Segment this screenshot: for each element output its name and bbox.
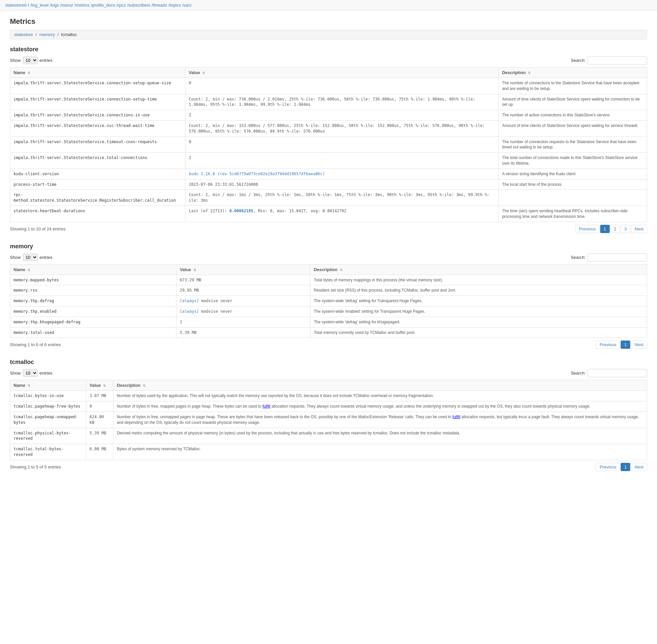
cell-value: 2 xyxy=(185,153,499,169)
table-row: impala.thrift-server.StatestoreService.t… xyxy=(10,137,647,153)
statestore-table-header: Name ⇅ Value ⇅ Description ⇅ xyxy=(10,67,647,78)
nav-app-link[interactable]: statestored xyxy=(5,3,26,7)
nav-link-metrics[interactable]: /metrics xyxy=(74,3,90,7)
statestore-next-button[interactable]: Next xyxy=(631,225,647,233)
tcmalloc-search-input[interactable] xyxy=(588,369,647,377)
statestore-controls: Show 10 25 50 entries Search: xyxy=(10,56,647,65)
table-row: impala.thrift-server.StatestoreService.c… xyxy=(10,94,647,110)
entries-label: entries xyxy=(40,58,52,63)
table-row: process-start-time2023-07-06 23:33:01.56… xyxy=(10,179,647,190)
cell-value: [always] madvise never xyxy=(177,296,310,306)
cell-value: 2 xyxy=(185,110,499,121)
tcmalloc-prev-button[interactable]: Previous xyxy=(596,463,620,471)
memory-page-1-button[interactable]: 1 xyxy=(620,341,630,349)
cell-name: impala.thrift-server.StatestoreService.c… xyxy=(10,94,185,110)
mem-desc-sort-icon[interactable]: ⇅ xyxy=(340,268,343,272)
cell-value: Count: 2, min / max: 1ms / 3ms, 25th %-i… xyxy=(185,190,499,206)
cell-name: tcmalloc.physical-bytes-reserved xyxy=(10,428,86,444)
table-row: tcmalloc.pageheap-unmapped-bytes624.00 K… xyxy=(10,412,647,428)
search-label: Search: xyxy=(571,58,586,63)
tc-name-sort-icon[interactable]: ⇅ xyxy=(27,384,30,388)
table-row: impala.thrift-server.StatestoreService.c… xyxy=(10,110,647,121)
memory-controls: Show 10 25 50 entries Search: xyxy=(10,253,647,261)
nav-link-logs[interactable]: /logs xyxy=(50,3,59,7)
table-row: memory.thp.defrag[always] madvise neverT… xyxy=(10,296,647,306)
table-row: kudu-client.versionkudu 1.16.0 (rev 5cd6… xyxy=(10,168,647,179)
breadcrumb-statestore[interactable]: statestore xyxy=(14,32,33,37)
tcmalloc-page-1-button[interactable]: 1 xyxy=(620,463,630,471)
statestore-page-1-button[interactable]: 1 xyxy=(600,225,610,233)
memory-showing: Showing 1 to 6 of 6 entries xyxy=(10,342,61,347)
cell-name: memory.thp.enabled xyxy=(10,306,177,317)
tcmalloc-section: tcmalloc Show 10 25 50 entries Search: N… xyxy=(10,359,647,471)
nav-link-rpcz[interactable]: /rpcz xyxy=(117,3,126,7)
cell-description: The total number of connections made to … xyxy=(499,153,647,169)
statestore-entries-select[interactable]: 10 25 50 xyxy=(23,56,38,64)
cell-description: Amount of time clients of StateStore Ser… xyxy=(499,94,647,110)
mem-col-name: Name ⇅ xyxy=(10,264,177,275)
cell-description: Derived metric computing the amount of p… xyxy=(113,428,647,444)
cell-name: statestore.heartbeat-durations xyxy=(10,206,185,222)
cell-value: 29.95 MB xyxy=(177,285,310,296)
table-row: impala.thrift-server.StatestoreService.c… xyxy=(10,78,647,94)
nav-link-profile_docs[interactable]: /profile_docs xyxy=(91,3,115,7)
memory-pagination: Showing 1 to 6 of 6 entries Previous 1 N… xyxy=(10,341,647,349)
cell-value: 673.29 MB xyxy=(177,275,310,285)
cell-value: 0 xyxy=(185,78,499,94)
cell-description: The system-wide 'defrag' setting for Tra… xyxy=(310,296,647,306)
cell-description: Resident set size (RSS) of this process,… xyxy=(310,285,647,296)
statestore-page-2-button[interactable]: 2 xyxy=(610,225,620,233)
table-row: memory.rss29.95 MBResident set size (RSS… xyxy=(10,285,647,296)
cell-value: 2023-07-06 23:33:01.561724000 xyxy=(185,179,499,190)
name-sort-icon[interactable]: ⇅ xyxy=(27,71,30,75)
tc-desc-sort-icon[interactable]: ⇅ xyxy=(143,384,145,388)
tc-col-description: Description ⇅ xyxy=(113,380,647,391)
memory-search-input[interactable] xyxy=(588,253,647,261)
tcmalloc-entries-select[interactable]: 10 25 50 xyxy=(23,369,38,377)
cell-name: impala.thrift-server.StatestoreService.c… xyxy=(10,78,185,94)
show-label-mem: Show xyxy=(10,255,21,260)
cell-value: 0 xyxy=(86,401,113,412)
nav-link-topics[interactable]: /topics xyxy=(168,3,181,7)
nav-link-memz[interactable]: /memz xyxy=(60,3,73,7)
statestore-prev-button[interactable]: Previous xyxy=(576,225,600,233)
mem-value-sort-icon[interactable]: ⇅ xyxy=(193,268,196,272)
nav-link-varz[interactable]: /varz xyxy=(182,3,191,7)
value-sort-icon[interactable]: ⇅ xyxy=(202,71,205,75)
breadcrumb-tcmalloc: tcmalloc xyxy=(61,32,77,37)
nav-link-subscribers[interactable]: /subscribers xyxy=(127,3,150,7)
desc-link[interactable]: fulfill xyxy=(262,404,270,409)
nav-link-threadz[interactable]: /threadz xyxy=(152,3,167,7)
memory-search-box: Search: xyxy=(571,253,647,261)
desc-link[interactable]: fulfill xyxy=(452,415,460,419)
memory-section: memory Show 10 25 50 entries Search: Nam… xyxy=(10,243,647,349)
mem-name-sort-icon[interactable]: ⇅ xyxy=(27,268,30,272)
desc-sort-icon[interactable]: ⇅ xyxy=(528,71,531,75)
cell-value: Count: 2, min / max: 153.000us / 577.000… xyxy=(185,120,499,137)
statestore-search-input[interactable] xyxy=(588,56,647,65)
memory-table-header: Name ⇅ Value ⇅ Description ⇅ xyxy=(10,264,647,275)
memory-entries-select[interactable]: 10 25 50 xyxy=(23,254,38,261)
tcmalloc-showing: Showing 1 to 5 of 5 entries xyxy=(10,464,61,469)
cell-name: process-start-time xyxy=(10,179,185,190)
tc-value-sort-icon[interactable]: ⇅ xyxy=(103,384,106,388)
tc-col-name: Name ⇅ xyxy=(10,380,86,391)
value-link[interactable]: kudu 1.16.0 (rev 5cd6779a073ce02e19a3794… xyxy=(189,171,325,176)
cell-name: rpc-method.statestore.StatestoreService.… xyxy=(10,190,185,206)
cell-name: tcmalloc.pageheap-unmapped-bytes xyxy=(10,412,86,428)
table-row: memory.total-used5.39 MBTotal memory cur… xyxy=(10,327,647,338)
memory-title: memory xyxy=(10,243,647,250)
tcmalloc-next-button[interactable]: Next xyxy=(631,463,647,471)
cell-value: 6.00 MB xyxy=(86,444,113,460)
table-row: impala.thrift-server.StatestoreService.t… xyxy=(10,153,647,169)
statestore-page-3-button[interactable]: 3 xyxy=(620,225,630,233)
cell-name: impala.thrift-server.StatestoreService.s… xyxy=(10,120,185,137)
memory-prev-button[interactable]: Previous xyxy=(596,341,620,349)
table-row: memory.thp.enabled[always] madvise never… xyxy=(10,306,647,317)
breadcrumb-memory[interactable]: memory xyxy=(39,32,55,37)
col-description: Description ⇅ xyxy=(499,67,647,78)
table-row: tcmalloc.pageheap-free-bytes0Number of b… xyxy=(10,401,647,412)
memory-next-button[interactable]: Next xyxy=(631,341,647,349)
nav-link-log_level[interactable]: /log_level xyxy=(30,3,49,7)
cell-description: Amount of time clients of StateStore Ser… xyxy=(499,120,647,137)
